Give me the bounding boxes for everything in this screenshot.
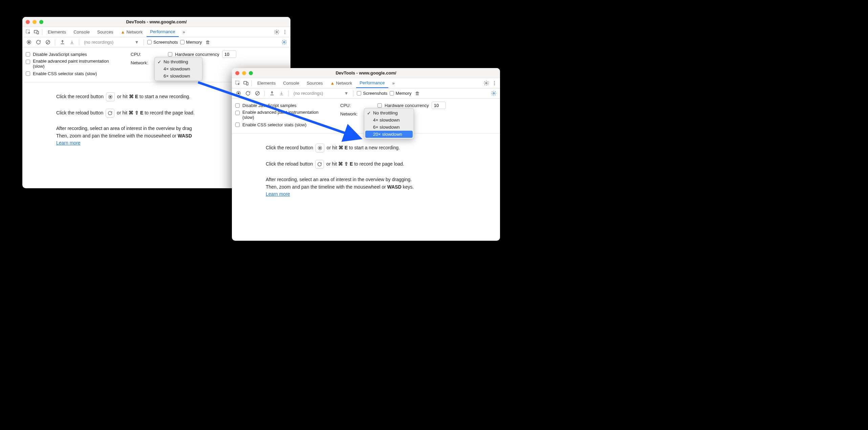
cpu-option-no-throttling[interactable]: No throttling — [364, 109, 414, 116]
recording-select[interactable]: (no recordings) ▼ — [292, 91, 350, 96]
checkbox-icon[interactable] — [168, 52, 172, 57]
checkbox-icon[interactable] — [26, 71, 30, 76]
reload-hint: Click the reload button or hit ⌘ ⇧ E to … — [56, 109, 257, 117]
screenshots-label: Screenshots — [363, 91, 387, 96]
close-window-button[interactable] — [26, 20, 30, 24]
disable-js-label: Disable JavaScript samples — [242, 103, 333, 108]
record-button[interactable] — [25, 39, 32, 46]
close-window-button[interactable] — [235, 71, 239, 75]
warning-icon: ▲ — [121, 29, 125, 35]
divider — [42, 29, 42, 35]
checkbox-icon[interactable] — [377, 103, 382, 108]
zoom-window-button[interactable] — [39, 20, 43, 24]
capture-settings-gear-icon[interactable] — [490, 90, 497, 97]
cpu-option-6x[interactable]: 6× slowdown — [364, 124, 414, 131]
checkbox-icon[interactable] — [235, 103, 240, 108]
learn-more-link[interactable]: Learn more — [56, 140, 81, 146]
record-button-inline[interactable] — [316, 144, 324, 152]
divider — [55, 39, 55, 45]
device-toggle-icon[interactable] — [32, 28, 40, 36]
svg-point-4 — [284, 30, 285, 30]
traffic-lights — [26, 20, 43, 24]
reload-record-button[interactable] — [35, 39, 42, 46]
minimize-window-button[interactable] — [242, 71, 246, 75]
network-label: Network: — [340, 111, 357, 116]
download-icon[interactable] — [68, 39, 75, 46]
tab-performance[interactable]: Performance — [147, 27, 178, 37]
screenshots-checkbox[interactable]: Screenshots — [357, 91, 387, 96]
tab-elements[interactable]: Elements — [44, 27, 69, 37]
divider — [252, 80, 252, 86]
svg-point-10 — [283, 41, 285, 43]
checkbox-icon[interactable] — [26, 52, 30, 57]
tab-network[interactable]: ▲ Network — [117, 27, 146, 37]
cpu-option-no-throttling[interactable]: No throttling — [155, 58, 202, 65]
more-menu-icon[interactable] — [491, 80, 498, 87]
record-hint: Click the record button or hit ⌘ E to st… — [56, 92, 257, 101]
screenshots-checkbox[interactable]: Screenshots — [147, 40, 178, 45]
capture-settings-gear-icon[interactable] — [280, 39, 288, 46]
clear-button[interactable] — [254, 90, 261, 97]
tab-network[interactable]: ▲ Network — [327, 78, 356, 88]
recording-select-label: (no recordings) — [294, 91, 323, 96]
traffic-lights — [235, 71, 253, 75]
checkbox-icon — [357, 91, 361, 95]
clear-button[interactable] — [44, 39, 51, 46]
cpu-option-6x[interactable]: 6× slowdown — [155, 72, 202, 80]
tab-performance[interactable]: Performance — [356, 78, 388, 88]
checkbox-icon[interactable] — [235, 111, 240, 115]
divider — [144, 39, 144, 45]
memory-checkbox[interactable]: Memory — [180, 40, 202, 45]
more-menu-icon[interactable] — [281, 28, 288, 36]
tabs-overflow[interactable]: » — [179, 27, 189, 37]
memory-checkbox[interactable]: Memory — [390, 91, 412, 96]
after-hint-1: After recording, select an area of inter… — [56, 125, 257, 132]
cpu-option-4x[interactable]: 4× slowdown — [364, 116, 414, 124]
upload-icon[interactable] — [268, 90, 276, 97]
divider — [288, 90, 289, 96]
reload-button-inline[interactable] — [315, 160, 324, 169]
inspect-icon[interactable] — [234, 80, 241, 87]
svg-point-5 — [284, 31, 285, 32]
hw-concurrency-input[interactable] — [432, 102, 446, 109]
svg-rect-2 — [37, 31, 38, 34]
tab-console[interactable]: Console — [280, 78, 303, 88]
upload-icon[interactable] — [59, 39, 66, 46]
tab-elements[interactable]: Elements — [254, 78, 279, 88]
inspect-icon[interactable] — [24, 28, 32, 36]
svg-point-8 — [28, 41, 30, 43]
recording-select[interactable]: (no recordings) ▼ — [83, 40, 140, 45]
tab-sources[interactable]: Sources — [94, 27, 117, 37]
checkbox-icon[interactable] — [235, 123, 240, 127]
garbage-collect-icon[interactable] — [414, 90, 421, 97]
cpu-label: CPU: — [340, 103, 351, 108]
recording-select-label: (no recordings) — [84, 40, 113, 45]
reload-button-inline[interactable] — [106, 109, 114, 117]
garbage-collect-icon[interactable] — [204, 39, 212, 46]
tabs-overflow[interactable]: » — [389, 78, 398, 88]
reload-record-button[interactable] — [244, 90, 252, 97]
settings-gear-icon[interactable] — [273, 28, 280, 36]
minimize-window-button[interactable] — [32, 20, 37, 24]
hw-concurrency-input[interactable] — [222, 50, 236, 58]
record-button[interactable] — [235, 90, 242, 97]
memory-label: Memory — [186, 40, 202, 45]
record-button-inline[interactable] — [106, 92, 115, 101]
learn-more-link[interactable]: Learn more — [266, 191, 290, 197]
checkbox-icon — [390, 91, 394, 95]
cpu-throttle-dropdown: No throttling 4× slowdown 6× slowdown 20… — [364, 108, 414, 139]
tab-console[interactable]: Console — [70, 27, 93, 37]
tab-bar: Elements Console Sources ▲ Network Perfo… — [232, 78, 500, 88]
svg-point-6 — [284, 33, 285, 34]
zoom-window-button[interactable] — [249, 71, 253, 75]
settings-gear-icon[interactable] — [482, 80, 490, 87]
cpu-option-20x[interactable]: 20× slowdown — [365, 131, 413, 138]
device-toggle-icon[interactable] — [242, 80, 249, 87]
checkbox-icon[interactable] — [26, 60, 30, 64]
cpu-option-4x[interactable]: 4× slowdown — [155, 65, 202, 72]
cpu-throttle-dropdown: No throttling 4× slowdown 6× slowdown — [154, 57, 202, 81]
tab-sources[interactable]: Sources — [303, 78, 326, 88]
download-icon[interactable] — [278, 90, 285, 97]
disable-js-label: Disable JavaScript samples — [33, 52, 124, 57]
tab-network-label: Network — [336, 81, 352, 86]
